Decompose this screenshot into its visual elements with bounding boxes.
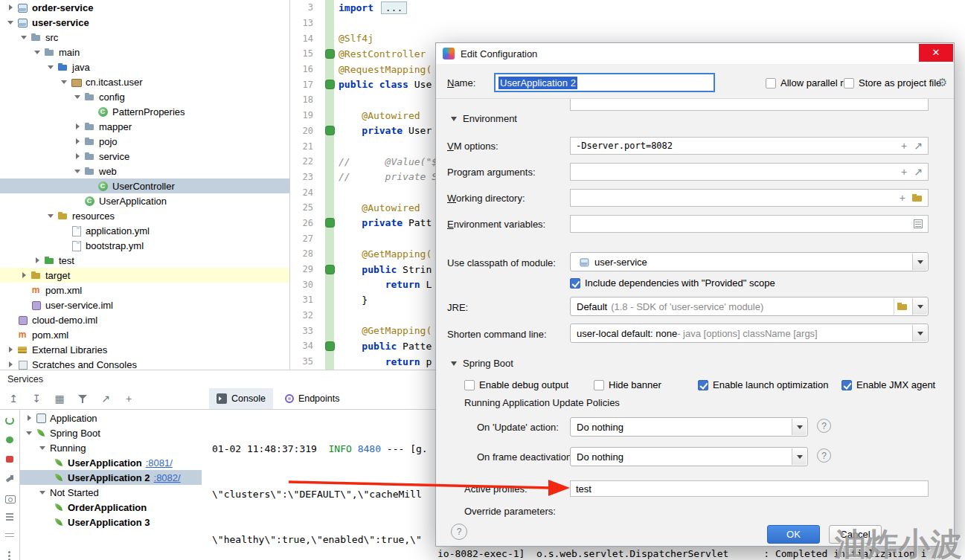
tab-endpoints[interactable]: Endpoints [278, 388, 347, 409]
enable-debug-output-checkbox[interactable] [464, 380, 475, 390]
dropdown-arrow-icon[interactable] [792, 419, 807, 435]
insert-macro-plus-icon[interactable]: + [901, 166, 907, 178]
chevron-down-icon[interactable] [33, 48, 42, 57]
dropdown-arrow-icon[interactable] [792, 448, 807, 465]
code-line[interactable]: 13 [291, 16, 965, 31]
group-by-icon[interactable]: ▦ [54, 393, 65, 405]
add-service-icon[interactable]: + [123, 393, 135, 405]
tab-console[interactable]: Console [209, 388, 273, 409]
browse-variables-icon[interactable] [914, 219, 923, 228]
section-collapse-icon[interactable] [451, 117, 457, 121]
chevron-down-icon[interactable] [19, 33, 28, 42]
chevron-down-icon[interactable] [38, 443, 47, 452]
tree-item-package[interactable]: cn.itcast.user [0, 74, 289, 89]
store-settings-gear-icon[interactable]: ⚙ [937, 76, 947, 89]
help-icon[interactable]: ? [817, 419, 831, 433]
tree-item-web[interactable]: web [0, 164, 289, 178]
browse-jre-button[interactable] [894, 298, 910, 315]
tree-item-usercontroller[interactable]: CUserController [0, 178, 289, 193]
chevron-right-icon[interactable] [33, 256, 42, 265]
run-icon[interactable] [4, 435, 15, 445]
provided-scope-option[interactable]: Include dependencies with "Provided" sco… [570, 277, 775, 289]
expand-field-icon[interactable]: ↗ [914, 166, 923, 178]
more-options-icon[interactable] [4, 550, 15, 560]
chevron-right-icon[interactable] [25, 413, 33, 422]
chevron-down-icon[interactable] [46, 62, 55, 71]
chevron-right-icon[interactable] [6, 3, 15, 12]
program-arguments-field[interactable]: +↗ [570, 163, 929, 181]
chevron-down-icon[interactable] [73, 167, 82, 176]
dialog-titlebar[interactable]: Edit Configuration ✕ [436, 43, 954, 64]
app-port-link[interactable]: :8081/ [146, 457, 173, 469]
chevron-right-icon[interactable] [73, 122, 82, 131]
tree-item-java[interactable]: java [0, 59, 289, 74]
allow-parallel-run-option[interactable]: Allow parallel run [766, 77, 854, 88]
chevron-down-icon[interactable] [73, 92, 82, 101]
tree-item-user-service-iml[interactable]: user-service.iml [0, 297, 289, 312]
hide-banner-checkbox[interactable] [594, 380, 604, 390]
on-frame-deactivation-select[interactable]: Do nothing [570, 447, 808, 466]
dropdown-arrow-icon[interactable] [912, 325, 927, 341]
allow-parallel-run-checkbox[interactable] [766, 78, 776, 88]
spring-bean-gutter-icon[interactable] [326, 126, 334, 135]
services-item-userapplication3[interactable]: UserApplication 3 [20, 515, 202, 530]
environment-section-header[interactable]: Environment [451, 113, 517, 124]
chevron-down-icon[interactable] [6, 18, 15, 27]
collapse-all-icon[interactable]: ↥ [7, 393, 19, 405]
chevron-right-icon[interactable] [6, 345, 15, 354]
browse-folder-icon[interactable] [912, 194, 923, 202]
enable-launch-optimization-checkbox[interactable] [698, 380, 708, 390]
chevron-right-icon[interactable] [73, 152, 82, 161]
tree-item-bootstrap-yml[interactable]: bootstrap.yml [0, 238, 289, 253]
tree-item-service[interactable]: service [0, 149, 289, 164]
spring-bean-gutter-icon[interactable] [326, 265, 334, 274]
soft-wrap-icon[interactable] [4, 531, 15, 541]
dropdown-arrow-icon[interactable] [912, 254, 927, 270]
tree-item-pom-xml[interactable]: mpom.xml [0, 283, 289, 297]
tree-item-resources[interactable]: resources [0, 208, 289, 223]
thread-dump-icon[interactable] [4, 493, 15, 503]
tree-item-cloud-demo-iml[interactable]: cloud-demo.iml [0, 312, 289, 327]
chevron-right-icon[interactable] [6, 360, 15, 369]
spring-bean-gutter-icon[interactable] [326, 50, 334, 58]
section-collapse-icon[interactable] [451, 361, 457, 366]
chevron-right-icon[interactable] [19, 271, 28, 280]
tree-item-test[interactable]: test [0, 253, 289, 268]
chevron-down-icon[interactable] [38, 488, 47, 497]
spring-bean-gutter-icon[interactable] [326, 342, 334, 350]
filter-icon[interactable] [77, 393, 89, 405]
code-line[interactable]: 3import ... [291, 0, 965, 16]
tree-item-patternproperies[interactable]: CPatternProperies [0, 104, 289, 119]
tree-item-external-libraries[interactable]: External Libraries [0, 342, 289, 357]
enable-debug-output-option[interactable]: Enable debug output [464, 379, 568, 390]
services-item-spring-boot[interactable]: Spring Boot [20, 425, 202, 440]
store-as-project-file-option[interactable]: Store as project file [844, 77, 941, 88]
services-group-running[interactable]: Running [20, 440, 202, 455]
expand-all-icon[interactable]: ↧ [31, 393, 42, 405]
chevron-down-icon[interactable] [46, 211, 55, 220]
name-input[interactable]: UserApplication 2 [494, 73, 715, 92]
hide-banner-option[interactable]: Hide banner [594, 379, 661, 390]
services-item-userapplication2-8082[interactable]: UserApplication 2:8082/ [20, 470, 202, 485]
folded-region[interactable]: ... [381, 1, 407, 14]
tree-item-user-service[interactable]: user-service [0, 15, 289, 30]
tree-item-root-pom-xml[interactable]: mpom.xml [0, 327, 289, 342]
run-class-gutter-icon[interactable] [326, 80, 334, 88]
services-item-userapplication-8081[interactable]: UserApplication:8081/ [20, 455, 202, 470]
tree-item-main[interactable]: main [0, 45, 289, 59]
app-port-link[interactable]: :8082/ [154, 472, 181, 483]
enable-launch-optimization-option[interactable]: Enable launch optimization [698, 379, 828, 390]
chevron-down-icon[interactable] [25, 428, 33, 437]
tree-item-userapplication[interactable]: CUserApplication [0, 193, 289, 208]
scroll-to-source-icon[interactable]: ↗ [100, 393, 112, 405]
services-item-application[interactable]: Application [20, 411, 202, 425]
ok-button[interactable]: OK [767, 525, 820, 544]
jre-select[interactable]: Default (1.8 - SDK of 'user-service' mod… [570, 297, 929, 316]
tree-item-scratches[interactable]: Scratches and Consoles [0, 357, 289, 370]
enable-jmx-agent-checkbox[interactable] [841, 380, 852, 390]
spring-bean-gutter-icon[interactable] [326, 219, 334, 227]
classpath-select[interactable]: user-service [570, 252, 929, 271]
working-directory-field[interactable]: + [570, 189, 929, 207]
stop-icon[interactable] [4, 454, 15, 464]
tree-item-mapper[interactable]: mapper [0, 119, 289, 134]
